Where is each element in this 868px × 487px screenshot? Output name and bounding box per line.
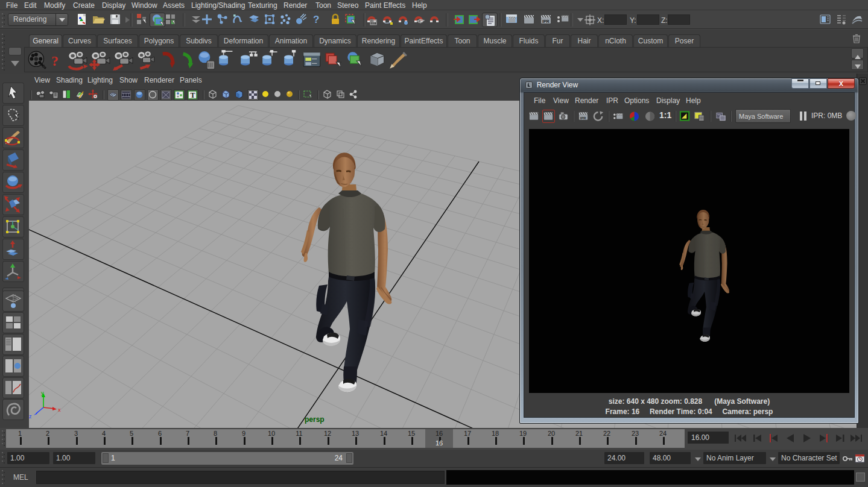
svg-text:y: y — [41, 390, 44, 396]
svg-text:T: T — [191, 91, 195, 99]
svg-text:?: ? — [51, 53, 59, 69]
svg-text:IPR: IPR — [580, 116, 586, 120]
svg-text:z: z — [29, 413, 32, 419]
svg-text:IPR: IPR — [542, 19, 550, 24]
svg-text:x: x — [58, 407, 61, 413]
svg-text:?: ? — [313, 14, 319, 25]
